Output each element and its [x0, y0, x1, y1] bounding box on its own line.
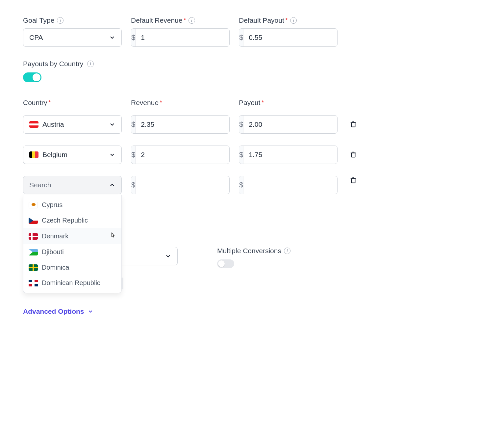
country-option[interactable]: Djibouti [23, 244, 121, 260]
country-option[interactable]: Dominican Republic [23, 275, 121, 291]
flag-icon [29, 280, 38, 286]
default-payout-input-wrap: $ [239, 28, 338, 47]
revenue-column-label: Revenue [131, 99, 159, 107]
svg-rect-0 [352, 123, 355, 127]
trash-icon [350, 120, 357, 128]
advanced-options-toggle[interactable]: Advanced Options [23, 307, 93, 315]
payouts-by-country-toggle[interactable] [23, 72, 41, 82]
country-option[interactable]: Czech Republic [23, 213, 121, 228]
currency-symbol: $ [131, 116, 136, 133]
currency-symbol: $ [239, 29, 243, 46]
flag-icon [29, 217, 38, 224]
info-icon[interactable]: i [189, 17, 195, 24]
country-value: Austria [42, 120, 64, 128]
flag-icon [29, 121, 38, 128]
cursor-pointer-icon [110, 232, 116, 240]
currency-symbol: $ [131, 29, 136, 46]
currency-symbol: $ [131, 146, 136, 164]
goal-type-select[interactable]: CPA [23, 28, 122, 47]
svg-rect-1 [352, 153, 355, 157]
payout-input[interactable] [243, 176, 338, 194]
chevron-down-icon [88, 308, 93, 314]
required-marker: * [262, 100, 264, 106]
trash-icon [350, 176, 357, 184]
delete-row-button[interactable] [349, 120, 358, 129]
default-revenue-label: Default Revenue [131, 16, 182, 24]
flag-icon [29, 202, 38, 208]
country-search-input[interactable] [29, 181, 109, 189]
revenue-input[interactable] [136, 146, 230, 164]
payout-input[interactable] [243, 146, 338, 164]
currency-symbol: $ [131, 176, 136, 194]
country-option[interactable]: Denmark [23, 228, 121, 244]
info-icon[interactable]: i [284, 248, 290, 254]
info-icon[interactable]: i [290, 17, 297, 24]
country-option[interactable]: Cyprus [23, 197, 121, 213]
country-option[interactable]: Dominica [23, 260, 121, 275]
currency-symbol: $ [239, 116, 243, 133]
multiple-conversions-toggle[interactable] [217, 259, 234, 268]
required-marker: * [184, 17, 186, 23]
country-select[interactable]: Austria [23, 115, 122, 134]
payouts-by-country-label: Payouts by Country [23, 60, 83, 68]
required-marker: * [286, 17, 288, 23]
default-revenue-input[interactable] [136, 29, 230, 46]
option-label: Djibouti [42, 248, 64, 256]
trash-icon [350, 151, 357, 159]
advanced-options-label: Advanced Options [23, 307, 84, 315]
country-dropdown-panel: Cyprus Czech Republic Denmark Djibouti [23, 195, 122, 293]
flag-icon [29, 151, 38, 158]
option-label: Denmark [42, 232, 68, 240]
delete-row-button[interactable] [349, 176, 358, 185]
option-label: Dominican Republic [42, 279, 100, 287]
info-icon[interactable]: i [87, 61, 94, 67]
option-label: Czech Republic [42, 217, 88, 224]
required-marker: * [49, 100, 51, 106]
default-revenue-input-wrap: $ [131, 28, 230, 47]
payout-column-label: Payout [239, 99, 260, 107]
country-select[interactable]: Belgium [23, 146, 122, 164]
default-payout-input[interactable] [243, 29, 338, 46]
currency-symbol: $ [239, 146, 243, 164]
country-column-label: Country [23, 99, 47, 107]
country-search-open[interactable] [23, 176, 122, 194]
flag-icon [29, 249, 38, 255]
goal-type-value: CPA [29, 34, 43, 41]
chevron-down-icon [109, 151, 115, 158]
chevron-up-icon [109, 182, 115, 188]
chevron-down-icon [165, 253, 171, 259]
delete-row-button[interactable] [349, 150, 358, 159]
flag-icon [29, 264, 38, 271]
default-payout-label: Default Payout [239, 16, 284, 24]
info-icon[interactable]: i [57, 17, 63, 24]
country-value: Belgium [42, 151, 67, 159]
flag-icon [29, 233, 38, 240]
option-label: Dominica [42, 264, 69, 271]
required-marker: * [160, 100, 162, 106]
multiple-conversions-label: Multiple Conversions [217, 247, 281, 255]
chevron-down-icon [109, 121, 115, 128]
option-label: Cyprus [42, 201, 63, 209]
revenue-input[interactable] [136, 116, 230, 133]
svg-rect-2 [352, 179, 355, 183]
revenue-input[interactable] [136, 176, 230, 194]
currency-symbol: $ [239, 176, 243, 194]
payout-input[interactable] [243, 116, 338, 133]
goal-type-label: Goal Type [23, 16, 54, 24]
chevron-down-icon [109, 34, 115, 41]
